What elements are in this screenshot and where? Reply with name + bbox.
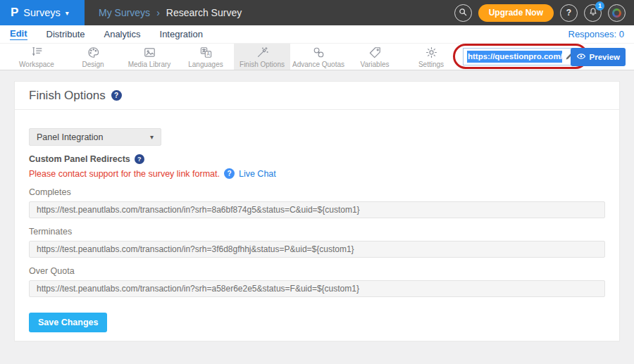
edit-toolbar: Workspace Design Media Library A Languag…: [0, 44, 634, 70]
magic-wand-icon: [256, 46, 269, 59]
redirects-help-icon[interactable]: ?: [135, 154, 144, 164]
account-avatar[interactable]: [608, 4, 626, 22]
survey-url-selected-text[interactable]: https://questionpro.com/t/A: [467, 51, 562, 63]
help-button[interactable]: ?: [560, 4, 578, 22]
eye-icon: [576, 51, 586, 63]
toolbar-item-languages[interactable]: A Languages: [178, 44, 234, 70]
search-button[interactable]: [454, 4, 472, 22]
breadcrumb-current-survey: Research Survey: [166, 7, 242, 18]
section-heading: Custom Panel Redirects: [29, 154, 130, 164]
finish-options-card: Finish Options ? Panel Integration Custo…: [14, 81, 620, 341]
avatar-gauge-icon: [612, 8, 621, 18]
preview-button[interactable]: Preview: [571, 48, 626, 66]
image-icon: [143, 46, 156, 59]
question-mark-icon: ?: [566, 8, 571, 18]
custom-panel-redirects-row: Custom Panel Redirects ?: [29, 154, 605, 164]
tab-integration[interactable]: Integration: [160, 29, 203, 39]
completes-label: Completes: [29, 187, 605, 197]
survey-url-input[interactable]: https://questionpro.com/t/A: [463, 48, 578, 65]
notifications: 1: [584, 4, 602, 22]
tab-edit[interactable]: Edit: [10, 28, 27, 40]
workspace-list-icon: [30, 46, 44, 59]
page-title: Finish Options: [29, 89, 106, 103]
panel-integration-dropdown[interactable]: Panel Integration: [29, 128, 161, 146]
chevron-down-icon: [66, 9, 69, 17]
product-name: Surveys: [23, 7, 60, 18]
breadcrumb-my-surveys[interactable]: My Surveys: [99, 7, 150, 18]
over-quota-label: Over Quota: [29, 266, 605, 276]
gear-icon: [425, 46, 438, 59]
live-chat-help-icon[interactable]: ?: [224, 168, 235, 179]
breadcrumb-separator: ›: [156, 7, 160, 18]
upgrade-now-button[interactable]: Upgrade Now: [478, 4, 554, 22]
toolbar-item-variables[interactable]: Variables: [347, 44, 403, 70]
topbar-actions: Upgrade Now ? 1: [454, 4, 634, 22]
palette-icon: [87, 46, 100, 59]
toolbar-item-media-library[interactable]: Media Library: [121, 44, 178, 70]
main-content: Finish Options ? Panel Integration Custo…: [0, 70, 634, 341]
search-icon: [458, 7, 468, 19]
product-switcher[interactable]: P Surveys: [0, 0, 85, 25]
responses-count[interactable]: Responses: 0: [568, 29, 625, 39]
tab-analytics[interactable]: Analytics: [104, 29, 140, 39]
tab-distribute[interactable]: Distribute: [46, 29, 85, 39]
terminates-label: Terminates: [29, 227, 605, 237]
survey-nav: Edit Distribute Analytics Integration Re…: [0, 25, 634, 44]
chevron-down-icon: [150, 133, 154, 141]
notification-count-badge: 1: [595, 1, 604, 11]
terminates-url-input[interactable]: [29, 241, 605, 258]
support-note: Please contact support for the survey li…: [29, 169, 220, 179]
translate-icon: A: [199, 46, 213, 59]
card-header: Finish Options ?: [15, 82, 619, 110]
toolbar-item-advance-quotas[interactable]: Advance Quotas: [290, 44, 347, 70]
finish-options-help-icon[interactable]: ?: [111, 90, 122, 101]
breadcrumb: My Surveys › Research Survey: [99, 7, 242, 18]
toolbar-item-design[interactable]: Design: [65, 44, 121, 70]
toolbar-item-settings[interactable]: Settings: [403, 44, 459, 70]
completes-url-input[interactable]: [29, 201, 605, 218]
toolbar-item-workspace[interactable]: Workspace: [8, 44, 65, 70]
over-quota-url-input[interactable]: [29, 280, 605, 297]
topbar: P Surveys My Surveys › Research Survey U…: [0, 0, 634, 25]
save-changes-button[interactable]: Save Changes: [29, 313, 107, 332]
toolbar-item-finish-options[interactable]: Finish Options: [234, 44, 290, 70]
dropdown-selected-value: Panel Integration: [37, 132, 104, 142]
chain-link-icon: [312, 46, 325, 59]
questionpro-logo: P: [11, 6, 18, 20]
tag-icon: [368, 46, 382, 59]
live-chat-link[interactable]: Live Chat: [239, 169, 276, 179]
card-body: Panel Integration Custom Panel Redirects…: [15, 110, 619, 332]
support-note-row: Please contact support for the survey li…: [29, 168, 605, 179]
